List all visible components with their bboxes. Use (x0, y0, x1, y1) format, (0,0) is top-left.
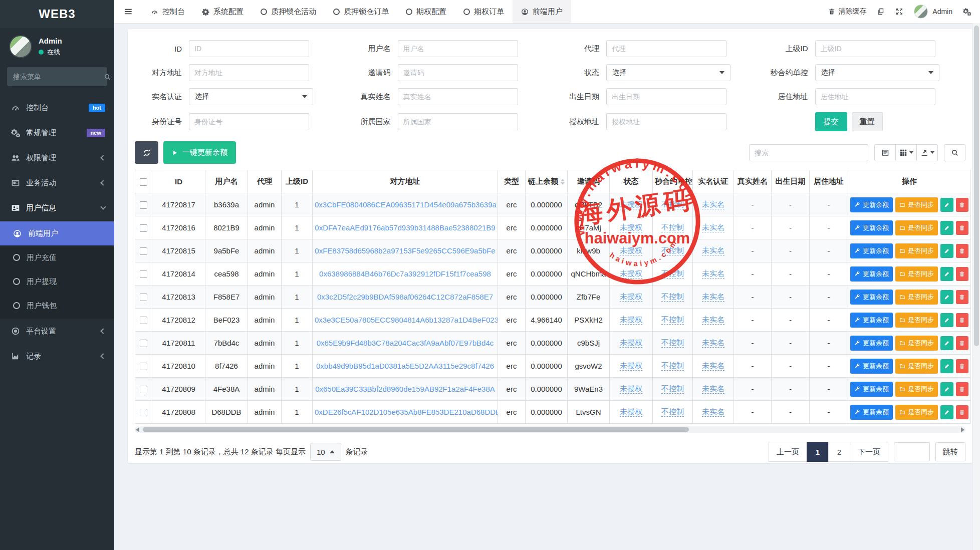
delete-button[interactable] (956, 313, 969, 327)
control-link[interactable]: 不控制 (661, 384, 684, 394)
delete-button[interactable] (956, 267, 969, 281)
row-checkbox[interactable] (140, 363, 147, 370)
status-link[interactable]: 未授权 (620, 246, 642, 256)
sidebar-item-business[interactable]: 业务活动 (0, 170, 114, 195)
edit-button[interactable] (940, 382, 953, 396)
id-number-filter-input[interactable] (189, 113, 309, 130)
search-button[interactable] (944, 144, 965, 161)
page-button-1[interactable]: 1 (807, 442, 829, 462)
username-filter-input[interactable] (398, 40, 518, 57)
tab-frontend-users[interactable]: 前端用户 (513, 0, 571, 23)
row-checkbox[interactable] (140, 409, 147, 416)
reset-button[interactable]: 重置 (852, 112, 883, 131)
menu-toggle-button[interactable] (114, 0, 142, 23)
admin-menu[interactable]: Admin (914, 5, 952, 19)
delete-button[interactable] (956, 221, 969, 235)
edit-button[interactable] (940, 198, 953, 212)
control-link[interactable]: 不控制 (661, 315, 684, 325)
kyc-link[interactable]: 未实名 (702, 361, 724, 371)
row-checkbox[interactable] (140, 294, 147, 301)
edit-button[interactable] (940, 221, 953, 235)
sidebar-item-records[interactable]: 记录 (0, 344, 114, 369)
horizontal-scrollbar[interactable] (135, 426, 965, 433)
update-balance-button[interactable]: 更新余额 (850, 290, 893, 305)
sidebar-item-user-withdraw[interactable]: 用户提现 (0, 269, 114, 294)
sync-button[interactable]: 是否同步 (895, 243, 938, 258)
update-balance-button[interactable]: 更新余额 (850, 266, 893, 282)
address-link[interactable]: 0x650Ea39C33Bbf2d8960de159AB92F1a2aF4Fe3… (315, 385, 495, 393)
col-balance[interactable]: 链上余额 (526, 170, 568, 193)
status-link[interactable]: 未授权 (620, 338, 642, 348)
delete-button[interactable] (956, 290, 969, 304)
row-checkbox[interactable] (140, 247, 147, 255)
kyc-link[interactable]: 未实名 (702, 384, 724, 394)
jump-button[interactable]: 跳转 (935, 442, 965, 461)
id-filter-input[interactable] (189, 40, 309, 57)
clear-cache-button[interactable]: 清除缓存 (828, 7, 866, 16)
update-balance-button[interactable]: 更新余额 (850, 382, 893, 397)
country-filter-input[interactable] (398, 113, 518, 130)
tab-staking-orders[interactable]: 质押锁仓订单 (325, 0, 397, 23)
next-page-button[interactable]: 下一页 (850, 442, 888, 462)
update-balance-button[interactable]: 更新余额 (850, 359, 893, 374)
edit-button[interactable] (940, 290, 953, 304)
control-link[interactable]: 不控制 (661, 223, 684, 233)
sidebar-item-frontend-users[interactable]: 前端用户 (0, 221, 114, 245)
kyc-link[interactable]: 未实名 (702, 292, 724, 302)
control-link[interactable]: 不控制 (661, 246, 684, 256)
edit-button[interactable] (940, 313, 953, 327)
page-size-select[interactable]: 10 (310, 443, 341, 461)
control-link[interactable]: 不控制 (661, 269, 684, 279)
address-link[interactable]: 0x3CbFE0804086CEA09635171D454e09a675b363… (315, 200, 497, 209)
address-filter-input[interactable] (189, 64, 309, 81)
columns-button[interactable] (895, 144, 917, 161)
address-link[interactable]: 0xDFA7eaAEd9176ab57d939b31488Bae52388021… (315, 223, 495, 232)
sidebar-item-dashboard[interactable]: 控制台 hot (0, 95, 114, 120)
row-checkbox[interactable] (140, 201, 147, 209)
contract-control-filter-select[interactable]: 选择 (815, 64, 939, 81)
address-link[interactable]: 0x65E9b9Fd48b3C78a204Cac3fA9aAbf07E97bBd… (317, 339, 494, 347)
delete-button[interactable] (956, 336, 969, 350)
sidebar-search-input[interactable] (13, 73, 104, 81)
status-link[interactable]: 未授权 (620, 269, 642, 279)
copy-page-button[interactable] (877, 8, 885, 16)
address-link[interactable]: 0x3e3CE50a7805ECC9804814A6b13287a1D4BeF0… (315, 316, 498, 324)
scroll-right-arrow-icon[interactable] (961, 427, 964, 432)
kyc-link[interactable]: 未实名 (702, 246, 724, 256)
sync-button[interactable]: 是否同步 (895, 359, 938, 374)
scroll-left-arrow-icon[interactable] (136, 427, 139, 432)
edit-button[interactable] (940, 336, 953, 350)
row-checkbox[interactable] (140, 224, 147, 232)
status-filter-select[interactable]: 选择 (606, 64, 730, 81)
status-link[interactable]: 未授权 (620, 384, 642, 394)
table-search-input[interactable] (749, 144, 868, 161)
agent-filter-input[interactable] (606, 40, 726, 57)
sync-button[interactable]: 是否同步 (895, 266, 938, 282)
jump-page-input[interactable] (894, 442, 930, 461)
status-link[interactable]: 未授权 (620, 315, 642, 325)
sync-button[interactable]: 是否同步 (895, 382, 938, 397)
residence-filter-input[interactable] (815, 88, 935, 105)
sidebar-item-user-wallet[interactable]: 用户钱包 (0, 294, 114, 318)
status-link[interactable]: 未授权 (620, 361, 642, 371)
parent-id-filter-input[interactable] (815, 40, 935, 57)
sync-button[interactable]: 是否同步 (895, 290, 938, 305)
address-link[interactable]: 0xDE26f5cAF102D105e635Ab8FE853DE210aD68D… (315, 408, 498, 416)
sync-button[interactable]: 是否同步 (895, 405, 938, 420)
horizontal-scrollbar-thumb[interactable] (143, 427, 689, 432)
settings-button[interactable] (963, 8, 971, 16)
address-link[interactable]: 0x638986884B46b76Dc7a392912fDF15f1f7cea5… (319, 269, 491, 278)
page-button-2[interactable]: 2 (828, 442, 850, 462)
sidebar-item-permissions[interactable]: 权限管理 (0, 145, 114, 170)
delete-button[interactable] (956, 382, 969, 396)
submit-button[interactable]: 提交 (815, 112, 847, 131)
sidebar-item-platform-settings[interactable]: 平台设置 (0, 319, 114, 344)
status-link[interactable]: 未授权 (620, 200, 642, 210)
tab-dashboard[interactable]: 控制台 (142, 0, 193, 23)
sidebar-item-general[interactable]: 常规管理 new (0, 120, 114, 145)
tab-system-config[interactable]: 系统配置 (193, 0, 252, 23)
kyc-link[interactable]: 未实名 (702, 338, 724, 348)
update-balance-button[interactable]: 更新余额 (850, 220, 893, 235)
row-checkbox[interactable] (140, 340, 147, 347)
edit-button[interactable] (940, 359, 953, 373)
